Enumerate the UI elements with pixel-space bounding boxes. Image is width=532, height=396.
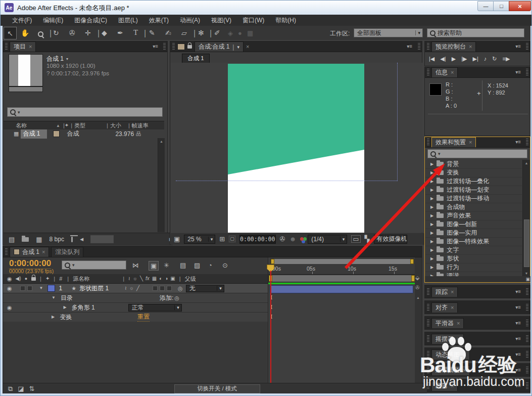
panel-drag-grip[interactable] (172, 43, 175, 50)
menu-composition[interactable]: 图像合成(C) (69, 16, 113, 25)
scroll-left-icon[interactable]: ◀ (80, 237, 83, 242)
close-icon[interactable]: × (451, 70, 454, 75)
work-area-bar[interactable] (268, 275, 415, 282)
list-item-sound-effects[interactable]: ▶ 声音效果 (425, 211, 522, 221)
comp-timecode[interactable]: 0:00:00:00 (239, 235, 276, 244)
panel-menu-icon[interactable]: ▾≡ (515, 44, 521, 49)
close-icon[interactable]: × (451, 289, 454, 295)
caret-right-icon[interactable]: ▶ (430, 197, 433, 201)
panel-drag-grip[interactable] (526, 351, 528, 358)
list-item-transform[interactable]: ▶ 变换 (425, 168, 522, 178)
panel-drag-grip[interactable] (427, 69, 429, 76)
puppet-tool[interactable]: ✻ (198, 29, 204, 36)
shape-tool[interactable]: ◆ (102, 29, 107, 36)
interpret-footage-icon[interactable]: ▤ (9, 236, 15, 243)
camera-icon[interactable]: ✇ (415, 285, 419, 290)
menu-edit[interactable]: 编辑(E) (37, 16, 69, 25)
frame-blend-switch-icon[interactable]: ▦ (152, 276, 157, 281)
column-framerate[interactable]: 帧速率 (132, 122, 149, 129)
panel-drag-grip[interactable] (5, 43, 8, 50)
comp-navigator-button[interactable]: 合成 1 (182, 54, 210, 63)
motion-blur-icon[interactable]: ◔ (208, 262, 212, 269)
lock-icon[interactable] (31, 277, 36, 281)
panel-menu-icon[interactable]: ▾≡ (515, 383, 521, 388)
expand-caret-icon[interactable]: ▼ (39, 286, 43, 290)
always-preview-icon[interactable]: ▣ (174, 236, 180, 242)
list-item-transitions-wipe[interactable]: ▶ 过渡转场—划变 (425, 186, 522, 195)
brainstorm-icon[interactable]: ✳ (164, 262, 169, 269)
polygon-label[interactable]: 多角形 1 (72, 303, 95, 312)
caret-right-icon[interactable]: ▶ (430, 231, 433, 235)
audio-button[interactable]: ♪ (484, 56, 487, 62)
close-icon[interactable]: × (457, 336, 460, 342)
menu-layer[interactable]: 图层(L) (113, 16, 143, 25)
list-item-image-utility[interactable]: ▶ 图像—实用 (425, 229, 522, 238)
shy-switch-icon[interactable]: ≀ (128, 276, 130, 281)
new-composition-icon[interactable]: ▦ (36, 236, 42, 243)
list-item-synthetics[interactable]: ▶ 合成物 (425, 203, 522, 212)
pin-tool[interactable]: ✐ (214, 29, 220, 36)
panel-drag-grip[interactable] (526, 43, 528, 50)
layer-duration-bar[interactable] (270, 285, 413, 293)
project-row-comp1[interactable]: ▦ 合成 1 合成 23.976 品 (4, 129, 164, 138)
pan-behind-tool[interactable]: ✛ (85, 29, 91, 36)
panel-menu-icon[interactable]: ▾≡ (515, 352, 521, 357)
text-tool[interactable]: T (133, 29, 138, 36)
menu-file[interactable]: 文件(F) (7, 16, 37, 25)
cti-line[interactable] (270, 271, 271, 383)
caret-down-icon[interactable]: ▾ (66, 57, 68, 61)
label-column-icon[interactable]: ✦ (45, 276, 50, 281)
new-folder-icon[interactable] (22, 237, 29, 242)
cube-3d-switch-icon[interactable]: ▣ (170, 276, 175, 281)
comp-marker-icon[interactable]: ⬙ (415, 275, 419, 281)
panel-drag-grip[interactable] (427, 43, 429, 50)
caret-right-icon[interactable]: ▶ (430, 162, 433, 166)
panel-drag-grip[interactable] (427, 351, 429, 358)
layer-color-swatch[interactable] (47, 285, 55, 292)
tab-render-queue[interactable]: 渲染队列 (51, 247, 83, 257)
solo-icon[interactable]: ● (25, 277, 27, 281)
brush-tool[interactable]: ✎ (149, 29, 155, 36)
eye-icon[interactable]: ◉ (7, 286, 12, 291)
trash-icon[interactable] (71, 237, 73, 242)
bit-depth[interactable]: 8 bpc (50, 236, 64, 243)
navigator-end-handle[interactable] (410, 259, 414, 264)
transparency-grid-icon[interactable]: ▚ (365, 236, 370, 242)
collapse-switch-icon[interactable]: ☼ (129, 286, 134, 291)
tag-icon[interactable]: ✦ (65, 123, 69, 128)
close-icon[interactable]: × (246, 44, 249, 50)
parent-column[interactable]: 父级 (185, 275, 196, 283)
hand-tool[interactable]: ✋ (21, 29, 29, 36)
panel-drag-grip[interactable] (427, 320, 429, 327)
panel-drag-grip[interactable] (526, 382, 528, 389)
tab-info[interactable]: 信息 × (431, 67, 458, 77)
caret-right-icon[interactable]: ▶ (430, 205, 433, 209)
view-camera-select[interactable]: 有效摄像机 (374, 235, 407, 244)
panel-drag-grip[interactable] (427, 304, 429, 311)
list-item-image-creative[interactable]: ▶ 图像—创新 (425, 220, 522, 229)
switch-cell[interactable] (167, 286, 172, 291)
sort-up-icon[interactable]: ▲ (56, 123, 60, 128)
panel-drag-grip[interactable] (526, 320, 528, 327)
expand-caret-icon[interactable]: ▼ (52, 296, 56, 300)
work-area-end-handle[interactable] (411, 275, 415, 282)
eraser-tool[interactable]: ▱ (181, 29, 187, 36)
fx-switch-icon[interactable]: fx (146, 276, 150, 281)
eye-icon[interactable]: ◉ (7, 276, 12, 282)
comp-row-name[interactable]: 合成 1 (21, 129, 47, 139)
quality-switch-icon[interactable]: ╱ (136, 286, 139, 291)
scroll-up-icon[interactable]: ▲ (523, 160, 530, 166)
blend-mode-select[interactable]: 正常 ▾ (128, 304, 182, 312)
show-snapshot-icon[interactable]: ☻ (289, 236, 297, 242)
camera-tool[interactable]: ✇ (69, 29, 75, 36)
menu-animation[interactable]: 动画(A) (174, 16, 206, 25)
caret-right-icon[interactable]: ▶ (430, 223, 433, 227)
expand-inout-icon[interactable]: ◪ (18, 385, 24, 392)
loop-button[interactable]: ↻ (492, 56, 497, 62)
speaker-icon[interactable]: ◀) (16, 276, 21, 281)
caret-right-icon[interactable]: ▶ (430, 248, 433, 252)
selection-tool[interactable]: ↖ (4, 27, 17, 39)
tab-composition[interactable]: 合成:合成 1 | ▾ (195, 41, 244, 52)
close-icon[interactable]: × (451, 305, 454, 311)
close-icon[interactable]: × (451, 383, 454, 389)
